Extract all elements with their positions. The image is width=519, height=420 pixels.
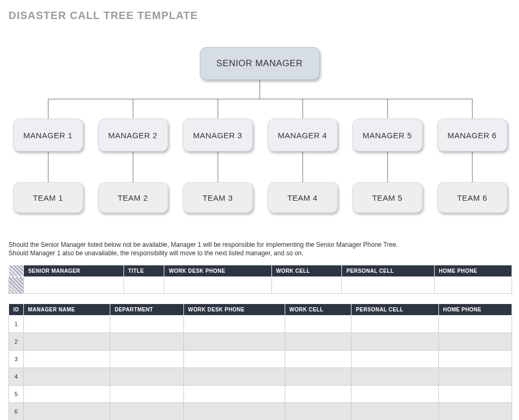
cell-personal-cell[interactable] xyxy=(351,386,439,403)
cell-id: 3 xyxy=(9,351,24,368)
cell-manager-name[interactable] xyxy=(23,333,110,351)
header-manager-name: MANAGER NAME xyxy=(23,304,110,316)
table-row: 6 xyxy=(9,403,512,420)
header-home-phone: HOME PHONE xyxy=(434,265,512,277)
cell-home-phone[interactable] xyxy=(438,368,512,386)
header-department: DEPARTMENT xyxy=(110,304,184,316)
node-team-2: TEAM 2 xyxy=(98,182,168,213)
cell-senior-manager[interactable] xyxy=(24,277,124,294)
cell-manager-name[interactable] xyxy=(23,368,110,386)
cell-personal-cell[interactable] xyxy=(351,333,439,351)
managers-table: ID MANAGER NAME DEPARTMENT WORK DESK PHO… xyxy=(8,303,512,420)
node-manager-5: MANAGER 5 xyxy=(353,119,423,151)
cell-manager-name[interactable] xyxy=(23,386,110,403)
cell-home-phone[interactable] xyxy=(438,316,512,333)
cell-work-desk-phone[interactable] xyxy=(183,368,285,386)
table-row: 4 xyxy=(9,368,512,386)
org-tree: SENIOR MANAGER MANAGER 1 MANAGER 2 MANAG… xyxy=(9,37,511,225)
table-row: 1 xyxy=(9,316,512,333)
node-team-4: TEAM 4 xyxy=(268,182,338,213)
node-team-6: TEAM 6 xyxy=(437,182,507,213)
header-work-cell: WORK CELL xyxy=(271,265,342,277)
cell-personal-cell[interactable] xyxy=(342,277,434,294)
header-work-desk-phone: WORK DESK PHONE xyxy=(183,304,285,316)
explanation-line-2: Should Manager 1 also be unavailable, th… xyxy=(8,249,511,257)
cell-work-cell[interactable] xyxy=(285,368,351,386)
cell-work-desk-phone[interactable] xyxy=(183,351,285,368)
header-title: TITLE xyxy=(124,265,164,277)
cell-title[interactable] xyxy=(124,277,164,294)
cell-work-cell[interactable] xyxy=(271,277,342,294)
table-row xyxy=(9,277,512,294)
cell-id: 6 xyxy=(9,403,24,420)
cell-work-desk-phone[interactable] xyxy=(183,403,285,420)
cell-id: 1 xyxy=(9,316,24,333)
row-marker xyxy=(9,277,24,294)
cell-department[interactable] xyxy=(110,316,184,333)
cell-personal-cell[interactable] xyxy=(351,316,439,333)
cell-department[interactable] xyxy=(110,333,184,351)
node-senior-manager: SENIOR MANAGER xyxy=(200,47,320,80)
cell-department[interactable] xyxy=(110,386,184,403)
header-work-desk-phone: WORK DESK PHONE xyxy=(164,265,271,277)
cell-manager-name[interactable] xyxy=(23,351,110,368)
table-row: 2 xyxy=(9,333,512,351)
node-manager-2: MANAGER 2 xyxy=(98,119,168,151)
cell-id: 2 xyxy=(9,333,24,351)
page-title: DISASTER CALL TREE TEMPLATE xyxy=(8,10,511,22)
cell-work-cell[interactable] xyxy=(285,386,351,403)
cell-personal-cell[interactable] xyxy=(351,403,439,420)
cell-department[interactable] xyxy=(110,351,184,368)
cell-manager-name[interactable] xyxy=(23,316,110,333)
node-manager-1: MANAGER 1 xyxy=(13,119,83,151)
explanation-line-1: Should the Senior Manager listed below n… xyxy=(8,240,511,249)
cell-home-phone[interactable] xyxy=(438,351,512,368)
cell-work-desk-phone[interactable] xyxy=(183,316,285,333)
node-manager-4: MANAGER 4 xyxy=(268,119,338,151)
table-row: 5 xyxy=(9,386,512,403)
header-personal-cell: PERSONAL CELL xyxy=(342,265,434,277)
cell-manager-name[interactable] xyxy=(23,403,110,420)
cell-id: 4 xyxy=(9,368,24,386)
cell-personal-cell[interactable] xyxy=(351,368,439,386)
table-row: 3 xyxy=(9,351,512,368)
header-blank xyxy=(9,265,24,277)
cell-home-phone[interactable] xyxy=(438,386,512,403)
table-header-row: SENIOR MANAGER TITLE WORK DESK PHONE WOR… xyxy=(9,265,512,277)
header-personal-cell: PERSONAL CELL xyxy=(351,304,439,316)
node-team-1: TEAM 1 xyxy=(13,182,83,213)
explanation-text: Should the Senior Manager listed below n… xyxy=(8,240,511,257)
cell-work-cell[interactable] xyxy=(285,403,351,420)
node-manager-3: MANAGER 3 xyxy=(183,119,253,151)
table-header-row: ID MANAGER NAME DEPARTMENT WORK DESK PHO… xyxy=(9,304,512,316)
cell-home-phone[interactable] xyxy=(438,333,512,351)
cell-id: 5 xyxy=(9,386,24,403)
senior-manager-table: SENIOR MANAGER TITLE WORK DESK PHONE WOR… xyxy=(8,265,512,294)
node-team-3: TEAM 3 xyxy=(183,182,253,213)
cell-home-phone[interactable] xyxy=(434,277,512,294)
header-work-cell: WORK CELL xyxy=(285,304,351,316)
header-id: ID xyxy=(9,304,24,316)
cell-work-cell[interactable] xyxy=(285,316,351,333)
cell-work-cell[interactable] xyxy=(285,333,351,351)
cell-work-cell[interactable] xyxy=(285,351,351,368)
cell-home-phone[interactable] xyxy=(438,403,512,420)
header-home-phone: HOME PHONE xyxy=(438,304,512,316)
cell-department[interactable] xyxy=(110,368,184,386)
cell-work-desk-phone[interactable] xyxy=(183,386,285,403)
node-manager-6: MANAGER 6 xyxy=(437,119,507,151)
cell-work-desk-phone[interactable] xyxy=(183,333,285,351)
node-team-5: TEAM 5 xyxy=(353,182,423,213)
cell-personal-cell[interactable] xyxy=(351,351,439,368)
cell-department[interactable] xyxy=(110,403,184,420)
cell-work-desk-phone[interactable] xyxy=(164,277,271,294)
header-senior-manager: SENIOR MANAGER xyxy=(24,265,124,277)
